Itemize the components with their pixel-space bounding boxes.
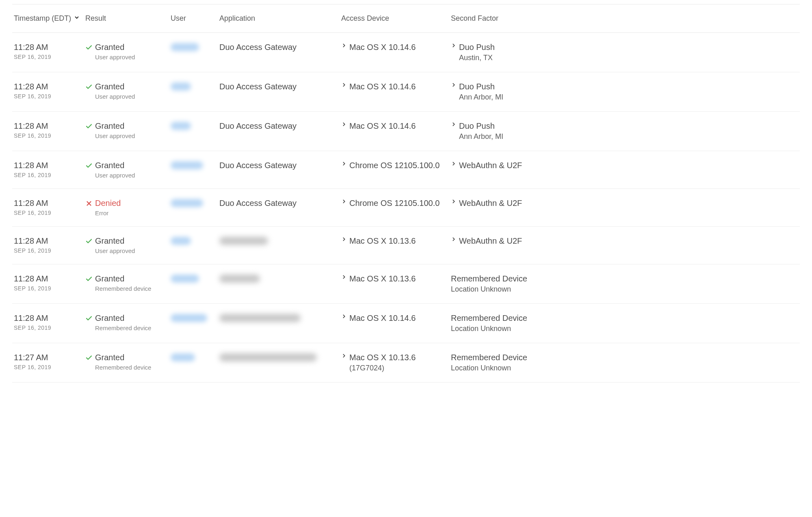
cell-timestamp: 11:28 AMSEP 16, 2019 bbox=[12, 121, 85, 141]
result-sub: User approved bbox=[95, 172, 171, 179]
device-sub: (17G7024) bbox=[349, 364, 451, 372]
cell-second-factor[interactable]: WebAuthn & U2F bbox=[451, 199, 800, 216]
cell-user[interactable] bbox=[171, 161, 219, 179]
cell-second-factor[interactable]: Duo PushAnn Arbor, MI bbox=[451, 121, 800, 141]
cell-user[interactable] bbox=[171, 82, 219, 102]
application-redacted bbox=[219, 237, 268, 245]
cell-second-factor[interactable]: WebAuthn & U2F bbox=[451, 236, 800, 254]
cell-access-device[interactable]: Mac OS X 10.13.6 bbox=[341, 236, 451, 254]
cell-access-device[interactable]: Chrome OS 12105.100.0 bbox=[341, 161, 451, 179]
cell-result: GrantedUser approved bbox=[85, 161, 171, 179]
table-row[interactable]: 11:28 AMSEP 16, 2019GrantedRemembered de… bbox=[12, 304, 800, 343]
cell-user[interactable] bbox=[171, 121, 219, 141]
chevron-right-icon[interactable] bbox=[341, 199, 347, 204]
cell-result: GrantedRemembered device bbox=[85, 353, 171, 372]
check-icon bbox=[85, 275, 93, 283]
cell-timestamp: 11:28 AMSEP 16, 2019 bbox=[12, 161, 85, 179]
chevron-right-icon[interactable] bbox=[341, 274, 347, 280]
cell-application[interactable]: Duo Access Gateway bbox=[219, 82, 341, 102]
cell-second-factor[interactable]: Duo PushAnn Arbor, MI bbox=[451, 82, 800, 102]
factor-text: Remembered Device bbox=[451, 274, 527, 283]
chevron-right-icon[interactable] bbox=[451, 236, 457, 242]
chevron-right-icon[interactable] bbox=[341, 82, 347, 88]
cell-access-device[interactable]: Mac OS X 10.13.6 bbox=[341, 274, 451, 294]
factor-text: Remembered Device bbox=[451, 353, 527, 362]
cell-access-device[interactable]: Mac OS X 10.14.6 bbox=[341, 82, 451, 102]
header-label: Access Device bbox=[341, 14, 389, 23]
table-row[interactable]: 11:28 AMSEP 16, 2019DeniedErrorDuo Acces… bbox=[12, 189, 800, 227]
chevron-right-icon[interactable] bbox=[451, 161, 457, 167]
timestamp-date: SEP 16, 2019 bbox=[14, 210, 85, 216]
cell-application[interactable]: Duo Access Gateway bbox=[219, 199, 341, 216]
chevron-right-icon[interactable] bbox=[451, 199, 457, 204]
cell-user[interactable] bbox=[171, 43, 219, 62]
cell-access-device[interactable]: Chrome OS 12105.100.0 bbox=[341, 199, 451, 216]
cell-access-device[interactable]: Mac OS X 10.14.6 bbox=[341, 43, 451, 62]
table-row[interactable]: 11:28 AMSEP 16, 2019GrantedUser approved… bbox=[12, 72, 800, 112]
cell-result: GrantedUser approved bbox=[85, 236, 171, 254]
timestamp-time: 11:28 AM bbox=[14, 121, 85, 131]
table-row[interactable]: 11:28 AMSEP 16, 2019GrantedUser approved… bbox=[12, 227, 800, 264]
table-row[interactable]: 11:28 AMSEP 16, 2019GrantedUser approved… bbox=[12, 33, 800, 72]
cell-application[interactable] bbox=[219, 236, 341, 254]
result-text: Granted bbox=[95, 161, 124, 170]
cell-application[interactable] bbox=[219, 274, 341, 294]
cell-access-device[interactable]: Mac OS X 10.14.6 bbox=[341, 121, 451, 141]
chevron-right-icon[interactable] bbox=[451, 43, 457, 48]
cell-access-device[interactable]: Mac OS X 10.14.6 bbox=[341, 314, 451, 333]
table-row[interactable]: 11:27 AMSEP 16, 2019GrantedRemembered de… bbox=[12, 343, 800, 383]
chevron-right-icon[interactable] bbox=[341, 43, 347, 48]
cell-user[interactable] bbox=[171, 314, 219, 333]
cell-application[interactable]: Duo Access Gateway bbox=[219, 43, 341, 62]
result-sub: Remembered device bbox=[95, 285, 171, 292]
cell-second-factor[interactable]: Remembered DeviceLocation Unknown bbox=[451, 353, 800, 372]
auth-log-table: Timestamp (EDT) Result User Application … bbox=[12, 4, 800, 383]
header-access-device[interactable]: Access Device bbox=[341, 14, 451, 23]
user-redacted bbox=[171, 237, 191, 245]
chevron-right-icon[interactable] bbox=[341, 353, 347, 359]
device-text: Mac OS X 10.13.6 bbox=[349, 236, 416, 246]
table-header-row: Timestamp (EDT) Result User Application … bbox=[12, 4, 800, 33]
device-text: Mac OS X 10.14.6 bbox=[349, 43, 416, 52]
header-timestamp[interactable]: Timestamp (EDT) bbox=[12, 14, 85, 23]
table-row[interactable]: 11:28 AMSEP 16, 2019GrantedUser approved… bbox=[12, 112, 800, 151]
cell-application[interactable] bbox=[219, 353, 341, 372]
cell-timestamp: 11:28 AMSEP 16, 2019 bbox=[12, 43, 85, 62]
header-user[interactable]: User bbox=[171, 14, 219, 23]
cell-second-factor[interactable]: Remembered DeviceLocation Unknown bbox=[451, 314, 800, 333]
timestamp-date: SEP 16, 2019 bbox=[14, 324, 85, 331]
chevron-right-icon[interactable] bbox=[341, 121, 347, 127]
header-application[interactable]: Application bbox=[219, 14, 341, 23]
chevron-right-icon[interactable] bbox=[341, 314, 347, 319]
header-label: Timestamp (EDT) bbox=[14, 14, 71, 23]
result-sub: User approved bbox=[95, 93, 171, 100]
chevron-right-icon[interactable] bbox=[451, 121, 457, 127]
chevron-right-icon[interactable] bbox=[341, 161, 347, 167]
timestamp-date: SEP 16, 2019 bbox=[14, 247, 85, 254]
header-result[interactable]: Result bbox=[85, 14, 171, 23]
check-icon bbox=[85, 123, 93, 130]
timestamp-time: 11:28 AM bbox=[14, 274, 85, 283]
cell-second-factor[interactable]: WebAuthn & U2F bbox=[451, 161, 800, 179]
timestamp-time: 11:28 AM bbox=[14, 43, 85, 52]
cell-user[interactable] bbox=[171, 353, 219, 372]
cell-access-device[interactable]: Mac OS X 10.13.6(17G7024) bbox=[341, 353, 451, 372]
cell-user[interactable] bbox=[171, 236, 219, 254]
cell-application[interactable]: Duo Access Gateway bbox=[219, 121, 341, 141]
table-row[interactable]: 11:28 AMSEP 16, 2019GrantedRemembered de… bbox=[12, 264, 800, 304]
cell-second-factor[interactable]: Duo PushAustin, TX bbox=[451, 43, 800, 62]
check-icon bbox=[85, 315, 93, 322]
application-text: Duo Access Gateway bbox=[219, 121, 297, 130]
cell-user[interactable] bbox=[171, 274, 219, 294]
header-second-factor[interactable]: Second Factor bbox=[451, 14, 800, 23]
cell-application[interactable] bbox=[219, 314, 341, 333]
check-icon bbox=[85, 238, 93, 245]
header-label: Result bbox=[85, 14, 106, 23]
cell-application[interactable]: Duo Access Gateway bbox=[219, 161, 341, 179]
chevron-right-icon[interactable] bbox=[341, 236, 347, 242]
timestamp-time: 11:28 AM bbox=[14, 82, 85, 91]
table-row[interactable]: 11:28 AMSEP 16, 2019GrantedUser approved… bbox=[12, 151, 800, 189]
cell-second-factor[interactable]: Remembered DeviceLocation Unknown bbox=[451, 274, 800, 294]
cell-user[interactable] bbox=[171, 199, 219, 216]
chevron-right-icon[interactable] bbox=[451, 82, 457, 88]
